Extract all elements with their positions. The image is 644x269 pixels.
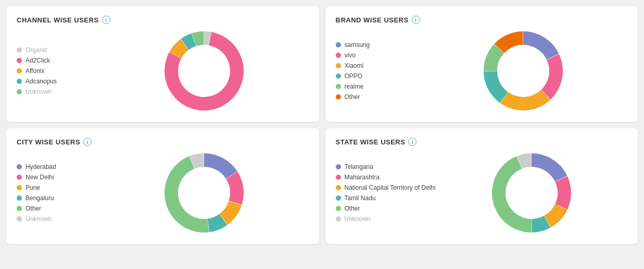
list-item: Adcanopus xyxy=(17,78,100,85)
legend-label-5: Unknown xyxy=(345,215,371,223)
list-item: Pune xyxy=(17,184,100,191)
title-text-brand-wise: BRAND WISE USERS xyxy=(336,16,409,24)
legend-label-2: Affonix xyxy=(26,67,44,75)
legend-label-4: Unknown xyxy=(26,88,52,95)
legend-brand-wise: samsungvivoXiaomiOPPOrealmeOther xyxy=(336,41,419,101)
legend-label-0: Telangana xyxy=(345,163,373,170)
legend-label-0: Hyderabad xyxy=(26,163,56,170)
legend-city-wise: HyderabadNew DelhiPuneBengaluruOtherUnkn… xyxy=(17,163,100,223)
chart-channel-wise xyxy=(100,29,309,113)
legend-dot-2 xyxy=(336,63,341,68)
list-item: Maharashtra xyxy=(336,174,436,181)
legend-dot-4 xyxy=(17,206,22,211)
list-item: Affonix xyxy=(17,67,100,75)
title-text-channel-wise: CHANNEL WISE USERS xyxy=(17,16,99,24)
legend-dot-0 xyxy=(336,42,341,47)
title-channel-wise: CHANNEL WISE USERSi xyxy=(17,16,309,24)
title-brand-wise: BRAND WISE USERSi xyxy=(336,16,628,24)
legend-dot-4 xyxy=(336,206,341,211)
legend-label-3: OPPO xyxy=(345,72,363,80)
chart-city-wise xyxy=(100,151,309,235)
card-brand-wise: BRAND WISE USERSisamsungvivoXiaomiOPPOre… xyxy=(325,6,638,122)
legend-label-4: realme xyxy=(345,83,364,90)
list-item: Other xyxy=(17,205,100,212)
legend-dot-3 xyxy=(336,195,341,201)
legend-dot-1 xyxy=(336,53,341,58)
legend-dot-1 xyxy=(17,175,22,180)
list-item: samsung xyxy=(336,41,419,48)
list-item: Hyderabad xyxy=(17,163,100,170)
legend-dot-0 xyxy=(17,164,22,169)
legend-label-2: Pune xyxy=(26,184,40,191)
legend-label-5: Unknown xyxy=(26,215,52,223)
legend-label-0: Organic xyxy=(26,46,47,54)
body-city-wise: HyderabadNew DelhiPuneBengaluruOtherUnkn… xyxy=(17,151,309,235)
legend-label-4: Other xyxy=(345,205,360,212)
legend-label-1: vivo xyxy=(345,52,356,59)
legend-dot-3 xyxy=(336,74,341,79)
legend-label-1: Maharashtra xyxy=(345,174,380,181)
legend-label-5: Other xyxy=(345,93,360,101)
legend-dot-5 xyxy=(17,216,22,222)
legend-dot-2 xyxy=(336,185,341,190)
list-item: New Delhi xyxy=(17,174,100,181)
legend-label-3: Tamil Nadu xyxy=(345,194,376,202)
card-channel-wise: CHANNEL WISE USERSiOrganicAd2ClickAffoni… xyxy=(6,6,319,122)
list-item: Other xyxy=(336,93,419,101)
title-city-wise: CITY WISE USERSi xyxy=(17,138,309,146)
card-city-wise: CITY WISE USERSiHyderabadNew DelhiPuneBe… xyxy=(6,128,319,244)
legend-label-2: National Capital Territory of Delhi xyxy=(345,184,436,191)
legend-dot-5 xyxy=(336,94,341,100)
legend-dot-1 xyxy=(336,175,341,180)
legend-label-0: samsung xyxy=(345,41,370,48)
body-channel-wise: OrganicAd2ClickAffonixAdcanopusUnknown xyxy=(17,29,309,113)
list-item: OPPO xyxy=(336,72,419,80)
title-text-state-wise: STATE WISE USERS xyxy=(336,138,406,146)
card-state-wise: STATE WISE USERSiTelanganaMaharashtraNat… xyxy=(325,128,638,244)
legend-dot-0 xyxy=(17,47,22,53)
list-item: Bengaluru xyxy=(17,194,100,202)
info-icon-channel-wise[interactable]: i xyxy=(102,16,110,24)
legend-dot-0 xyxy=(336,164,341,169)
body-state-wise: TelanganaMaharashtraNational Capital Ter… xyxy=(336,151,628,235)
chart-state-wise xyxy=(436,151,627,235)
legend-dot-3 xyxy=(17,195,22,201)
list-item: Organic xyxy=(17,46,100,54)
legend-label-1: Ad2Click xyxy=(26,57,50,64)
list-item: Unknown xyxy=(17,215,100,223)
legend-dot-5 xyxy=(336,216,341,222)
legend-label-1: New Delhi xyxy=(26,174,54,181)
title-state-wise: STATE WISE USERSi xyxy=(336,138,628,146)
title-text-city-wise: CITY WISE USERS xyxy=(17,138,80,146)
dashboard-grid: CHANNEL WISE USERSiOrganicAd2ClickAffoni… xyxy=(6,6,638,244)
list-item: realme xyxy=(336,83,419,90)
list-item: National Capital Territory of Delhi xyxy=(336,184,436,191)
list-item: Telangana xyxy=(336,163,436,170)
chart-brand-wise xyxy=(419,29,628,113)
info-icon-state-wise[interactable]: i xyxy=(408,138,416,146)
list-item: Unknown xyxy=(17,88,100,95)
legend-channel-wise: OrganicAd2ClickAffonixAdcanopusUnknown xyxy=(17,46,100,95)
body-brand-wise: samsungvivoXiaomiOPPOrealmeOther xyxy=(336,29,628,113)
list-item: Ad2Click xyxy=(17,57,100,64)
legend-label-3: Bengaluru xyxy=(26,194,54,202)
info-icon-city-wise[interactable]: i xyxy=(83,138,92,146)
info-icon-brand-wise[interactable]: i xyxy=(412,16,420,24)
legend-dot-4 xyxy=(17,89,22,94)
list-item: Unknown xyxy=(336,215,436,223)
legend-dot-4 xyxy=(336,84,341,89)
list-item: vivo xyxy=(336,52,419,59)
legend-label-3: Adcanopus xyxy=(26,78,57,85)
legend-dot-2 xyxy=(17,185,22,190)
legend-dot-3 xyxy=(17,79,22,84)
legend-label-4: Other xyxy=(26,205,41,212)
legend-dot-1 xyxy=(17,58,22,63)
legend-label-2: Xiaomi xyxy=(345,62,364,69)
list-item: Xiaomi xyxy=(336,62,419,69)
legend-dot-2 xyxy=(17,68,22,74)
list-item: Other xyxy=(336,205,436,212)
list-item: Tamil Nadu xyxy=(336,194,436,202)
legend-state-wise: TelanganaMaharashtraNational Capital Ter… xyxy=(336,163,436,223)
